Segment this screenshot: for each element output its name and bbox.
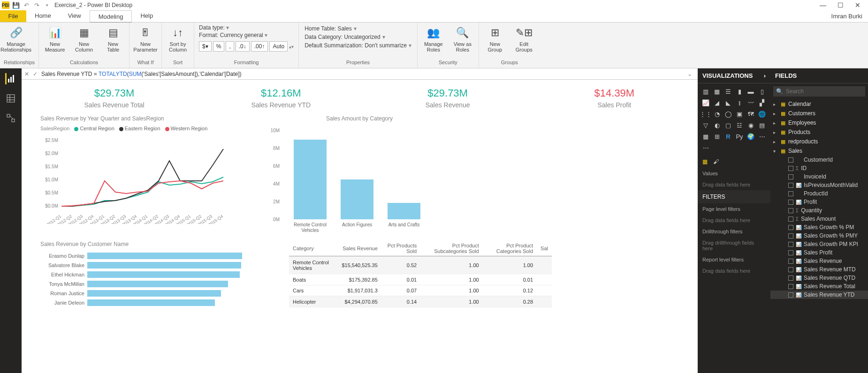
vis-filled-map-icon[interactable]: 🌐 [757, 109, 767, 119]
hbar-chart[interactable]: Sales Revenue by Customer Name Erasmo Du… [40, 241, 256, 307]
report-filters-drop[interactable]: Drag data fields here [698, 265, 770, 276]
report-canvas[interactable]: $29.73MSales Revenue Total $12.16MSales … [22, 80, 698, 373]
hbar-row[interactable]: Janie Deleon [40, 298, 256, 307]
table-sales[interactable]: ▾▦Sales [770, 146, 868, 156]
field-customerid[interactable]: CustomerId [770, 156, 868, 164]
data-category-dropdown[interactable]: Data Category: Uncategorized ▾ [305, 34, 411, 40]
save-icon[interactable]: 💾 [12, 1, 20, 9]
bar-chart[interactable]: Sales Amount by Category 10M 8M 6M 4M 2M… [266, 115, 453, 233]
vis-stacked-area-icon[interactable]: ◣ [723, 97, 733, 108]
card-sales-revenue[interactable]: $29.73MSales Revenue [374, 87, 522, 109]
manage-roles-button[interactable]: 👥Manage Roles [421, 25, 446, 52]
sort-by-column-button[interactable]: ↓↑Sort by Column [166, 25, 190, 52]
redo-icon[interactable]: ↷ [33, 1, 40, 9]
fields-header[interactable]: FIELDS [770, 68, 868, 83]
qat-dropdown-icon[interactable]: ▾ [43, 1, 51, 9]
field-invoiceid[interactable]: InvoiceId [770, 172, 868, 181]
table-header[interactable]: Pct Product Subcategories Sold [420, 241, 483, 256]
manage-relationships-button[interactable]: 🔗 Manage Relationships [4, 25, 28, 52]
vis-donut-icon[interactable]: ◯ [723, 109, 733, 119]
page-filters-drop[interactable]: Drag data fields here [698, 215, 770, 226]
field-sales-growth-%-pmy[interactable]: 📊Sales Growth % PMY [770, 231, 868, 240]
table-calendar[interactable]: ▸▦Calendar [770, 99, 868, 109]
datatype-dropdown[interactable]: Data type: ▾ [199, 24, 294, 31]
fields-search[interactable]: 🔍 [773, 86, 865, 97]
field-id[interactable]: ΣID [770, 164, 868, 172]
format-dropdown[interactable]: Format: Currency general ▾ [199, 32, 294, 38]
vis-slicer-icon[interactable]: ▤ [757, 120, 767, 130]
field-sales-revenue-ytd[interactable]: 📊Sales Revenue YTD [770, 291, 868, 299]
field-checkbox[interactable] [788, 292, 793, 298]
vis-py-icon[interactable]: Py [734, 131, 745, 142]
vis-scatter-icon[interactable]: ⋮⋮ [700, 109, 711, 119]
vis-clustered-bar-icon[interactable]: ☰ [723, 86, 733, 97]
field-sales-growth-pm-kpi[interactable]: 📊Sales Growth PM KPI [770, 240, 868, 248]
visualizations-header[interactable]: VISUALIZATIONS› [698, 68, 770, 83]
vis-100-bar-icon[interactable]: ▬ [746, 86, 756, 97]
data-view-icon[interactable] [5, 93, 16, 104]
expand-formula-icon[interactable]: ⌄ [685, 71, 695, 77]
fields-well-icon[interactable]: ▦ [702, 158, 708, 165]
field-checkbox[interactable] [788, 166, 793, 171]
drill-drop[interactable]: Drag drillthrough fields here [698, 237, 770, 254]
vis-line-icon[interactable]: 📈 [700, 97, 711, 108]
field-checkbox[interactable] [788, 183, 793, 188]
file-menu[interactable]: File [0, 10, 26, 22]
vis-100-column-icon[interactable]: ▯ [757, 86, 767, 97]
increase-decimal-button[interactable]: .00↑ [251, 41, 268, 52]
field-checkbox[interactable] [788, 157, 793, 163]
field-checkbox[interactable] [788, 208, 793, 213]
vis-area-icon[interactable]: ◢ [712, 97, 722, 108]
vis-line-column-icon[interactable]: ⫿ [734, 97, 745, 108]
field-checkbox[interactable] [788, 259, 793, 264]
cancel-formula-icon[interactable]: ✕ [24, 71, 29, 77]
maximize-button[interactable]: ☐ [838, 1, 844, 9]
card-sales-profit[interactable]: $14.39MSales Profit [541, 87, 688, 109]
minimize-button[interactable]: ― [820, 1, 826, 9]
hbar-row[interactable]: Tonya McMillan [40, 279, 256, 289]
field-checkbox[interactable] [788, 267, 793, 272]
model-view-icon[interactable] [5, 112, 16, 124]
vis-pie-icon[interactable]: ◔ [712, 109, 722, 119]
table-employees[interactable]: ▸▦Employees [770, 118, 868, 127]
vis-waterfall-icon[interactable]: ▞ [757, 97, 767, 108]
undo-icon[interactable]: ↶ [23, 1, 30, 9]
hbar-row[interactable]: Erasmo Dunlap [40, 251, 256, 261]
tab-view[interactable]: View [60, 10, 90, 22]
new-table-button[interactable]: ▤New Table [101, 25, 125, 52]
table-products[interactable]: ▸▦Products [770, 127, 868, 137]
home-table-dropdown[interactable]: Home Table: Sales ▾ [305, 25, 411, 32]
field-checkbox[interactable] [788, 250, 793, 255]
hbar-row[interactable]: Salvatore Blake [40, 261, 256, 270]
hbar-row[interactable]: Ethel Hickman [40, 270, 256, 279]
vis-funnel-icon[interactable]: ▽ [700, 120, 711, 130]
currency-button[interactable]: $ ▾ [199, 41, 212, 52]
table-header[interactable]: Sales Revenue [338, 241, 381, 256]
vis-card-icon[interactable]: ▢ [723, 120, 733, 130]
vis-ribbon-icon[interactable]: 〰 [746, 97, 756, 108]
field-checkbox[interactable] [788, 216, 793, 222]
comma-button[interactable]: , [226, 41, 234, 52]
vis-map-icon[interactable]: 🗺 [746, 109, 756, 119]
new-group-button[interactable]: ⊞New Group [483, 25, 507, 52]
field-checkbox[interactable] [788, 191, 793, 196]
edit-groups-button[interactable]: ✎⊞Edit Groups [512, 25, 536, 52]
tab-home[interactable]: Home [26, 10, 60, 22]
field-sales-profit[interactable]: 📊Sales Profit [770, 248, 868, 257]
vis-matrix-icon[interactable]: ⊞ [712, 131, 722, 142]
vis-multirow-icon[interactable]: ☳ [734, 120, 745, 130]
vis-stacked-bar-icon[interactable]: ▥ [700, 86, 711, 97]
field-checkbox[interactable] [788, 200, 793, 205]
field-checkbox[interactable] [788, 242, 793, 247]
table-redproducts[interactable]: ▸▦redproducts [770, 137, 868, 146]
vis-kpi-icon[interactable]: ◉ [746, 120, 756, 130]
report-view-icon[interactable] [5, 73, 16, 84]
field-checkbox[interactable] [788, 233, 793, 239]
new-measure-button[interactable]: 📊New Measure [43, 25, 67, 52]
new-column-button[interactable]: ▦New Column [72, 25, 96, 52]
line-chart[interactable]: Sales Revenue by Year Quarter and SalesR… [40, 115, 247, 233]
field-sales-revenue-qtd[interactable]: 📊Sales Revenue QTD [770, 274, 868, 282]
decrease-decimal-button[interactable]: .0↓ [236, 41, 250, 52]
table-header[interactable]: Pct Product Categories Sold [483, 241, 537, 256]
field-checkbox[interactable] [788, 284, 793, 289]
